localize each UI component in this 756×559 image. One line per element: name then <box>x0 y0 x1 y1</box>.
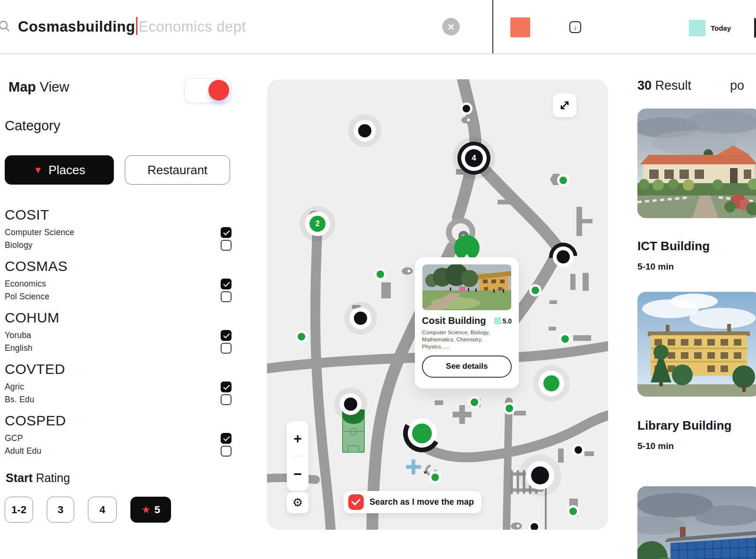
map-marker-num-black[interactable]: 4 <box>465 149 483 167</box>
triangle-down-icon: ▼ <box>34 165 43 176</box>
group-heading: COHUM <box>5 310 232 326</box>
result-photo-ict[interactable] <box>637 109 756 218</box>
map-marker-cross-blue <box>406 459 421 474</box>
map-marker-dot-green-sm[interactable] <box>471 398 478 406</box>
zoom-control: + − <box>287 421 309 491</box>
filter-row: GCP <box>5 432 232 445</box>
today-legend-swatch <box>689 20 705 36</box>
group-covted: COVTED Agric Bs. Edu <box>5 361 232 406</box>
rating-button-3[interactable]: 3 <box>47 497 74 523</box>
checkbox-yoruba[interactable] <box>221 330 232 341</box>
result-photo-glass[interactable] <box>637 486 756 559</box>
checkbox-bs-edu[interactable] <box>221 394 232 405</box>
text-caret <box>136 17 137 35</box>
map-marker-dot-green-sm[interactable] <box>561 335 569 343</box>
result-title[interactable]: Library Building <box>637 418 731 433</box>
result-eta: 5-10 min <box>637 262 674 272</box>
search-as-move-toggle[interactable]: Search as I move the map <box>344 491 481 513</box>
search-suggestion: Economics dept <box>138 18 246 35</box>
filter-row: Biology <box>5 239 232 252</box>
rating-swatch <box>494 317 501 324</box>
rating-title: Start Rating <box>6 471 70 485</box>
rating-button-4[interactable]: 4 <box>88 497 117 523</box>
category-title: Category <box>5 118 60 134</box>
sort-dropdown[interactable]: po <box>730 78 744 93</box>
filter-row: Bs. Edu <box>5 393 232 406</box>
map-marker-eye <box>402 267 413 275</box>
map-marker-dot-green-sm[interactable] <box>559 177 567 184</box>
map-marker-dot-green-sm[interactable] <box>569 508 577 515</box>
orange-swatch[interactable] <box>510 17 530 37</box>
map-marker-dot-black-lg[interactable] <box>358 124 371 137</box>
popup-rating: 5.0 <box>494 317 512 325</box>
toggle-knob <box>208 80 229 101</box>
today-legend-label: Today <box>711 24 731 32</box>
search-input[interactable]: CosmasbuildingEconomics dept <box>18 17 246 35</box>
filter-row: Yoruba <box>5 329 232 342</box>
clear-search-button[interactable]: × <box>442 18 460 35</box>
map-marker-dot-black-sm[interactable] <box>531 523 538 530</box>
map-view-toggle[interactable] <box>184 78 231 103</box>
checkbox-agric[interactable] <box>221 381 232 392</box>
header: CosmasbuildingEconomics dept × ↓ Today <box>0 0 756 54</box>
checkbox-pol-science[interactable] <box>221 291 232 302</box>
map-marker-dot-green-xl-arc[interactable] <box>412 423 432 443</box>
filter-row: Computer Science <box>5 226 232 239</box>
map-marker-eye <box>511 522 523 530</box>
result-eta: 5-10 min <box>637 441 674 451</box>
map-marker-pin-green[interactable] <box>454 235 480 261</box>
map-marker-dot-black-sm[interactable] <box>575 446 582 454</box>
building-popup-card: Cosit Building 5.0 Computer Science, Bio… <box>415 257 519 389</box>
zoom-out-button[interactable]: − <box>287 457 309 491</box>
map-settings-button[interactable]: ⚙ <box>287 492 309 513</box>
filter-row: Pol Science <box>5 290 232 303</box>
header-divider <box>492 0 493 53</box>
map-marker-dot-black-lg[interactable] <box>354 312 367 325</box>
rating-filter-row: 1-2 3 4 ★ 5 <box>5 497 171 523</box>
checkbox-gcp[interactable] <box>221 433 232 444</box>
rating-button-5[interactable]: ★ 5 <box>130 497 171 523</box>
popup-description: Computer Science, Biology, Mathematics, … <box>422 329 512 350</box>
checkbox-search-as-move[interactable] <box>348 494 364 510</box>
map-marker-dot-green-sm[interactable] <box>506 405 513 412</box>
filter-row: Agric <box>5 381 232 393</box>
rating-button-1-2[interactable]: 1-2 <box>5 497 33 523</box>
map-marker-num-green[interactable]: 2 <box>309 216 326 232</box>
group-cosmas: COSMAS Economics Pol Science <box>5 258 232 303</box>
category-groups: COSIT Computer Science Biology COSMAS Ec… <box>5 207 232 464</box>
group-heading: COSMAS <box>5 258 232 274</box>
download-button[interactable]: ↓ <box>569 21 581 33</box>
checkbox-english[interactable] <box>221 343 232 354</box>
expand-map-button[interactable] <box>553 93 576 117</box>
checkbox-economics[interactable] <box>221 279 232 289</box>
checkbox-adult-edu[interactable] <box>221 446 232 457</box>
campus-map-app: CosmasbuildingEconomics dept × ↓ Today M… <box>0 0 756 559</box>
map-marker-dot-black-lg[interactable] <box>344 398 357 411</box>
map-marker-dot-black-xl[interactable] <box>531 466 549 484</box>
places-filter-button[interactable]: ▼ Places <box>5 155 114 185</box>
map-marker-dot-black-sm[interactable] <box>463 105 470 112</box>
star-icon: ★ <box>141 504 151 516</box>
group-cosped: COSPED GCP Adult Edu <box>5 413 232 457</box>
checkbox-biology[interactable] <box>221 240 232 251</box>
map-marker-eye <box>461 116 473 124</box>
header-edge-divider <box>754 18 756 38</box>
map-marker-dot-green-sm[interactable] <box>298 333 305 340</box>
popup-photo <box>422 264 512 310</box>
map-marker-dot-green-sm[interactable] <box>532 287 539 294</box>
expand-icon <box>558 99 571 111</box>
popup-title: Cosit Building <box>422 315 486 326</box>
map-marker-dot-green-sm[interactable] <box>377 271 384 278</box>
map-marker-dot-green-lg[interactable] <box>543 375 559 391</box>
map-canvas[interactable]: 42 + − ⚙ Search as I move the map <box>267 79 608 530</box>
map-marker-dot-black-arc[interactable] <box>557 250 570 263</box>
map-view-title: Map View <box>9 79 69 95</box>
search-icon <box>0 19 11 35</box>
see-details-button[interactable]: See details <box>422 356 512 378</box>
restaurant-filter-button[interactable]: Restaurant <box>125 155 230 185</box>
checkbox-computer-science[interactable] <box>221 227 232 238</box>
zoom-in-button[interactable]: + <box>287 421 309 456</box>
map-marker-dot-green-sm[interactable] <box>431 474 439 481</box>
result-photo-library[interactable] <box>637 292 756 397</box>
result-title[interactable]: ICT Building <box>637 239 710 254</box>
